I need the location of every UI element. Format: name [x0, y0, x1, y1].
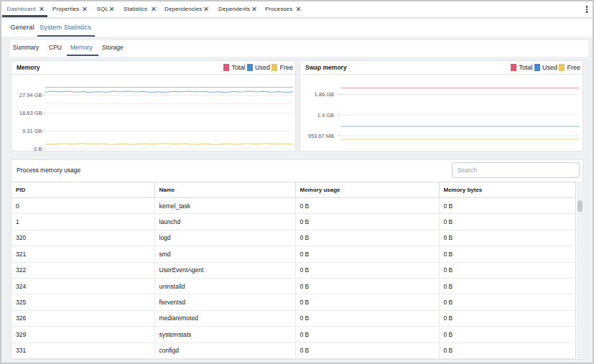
svg-text:27.94 GB: 27.94 GB: [19, 92, 42, 98]
svg-text:1.4 GB: 1.4 GB: [317, 112, 334, 118]
svg-text:0 B: 0 B: [34, 146, 42, 152]
svg-text:18.63 GB: 18.63 GB: [19, 110, 42, 116]
svg-text:953.67 MB: 953.67 MB: [308, 133, 334, 139]
svg-text:9.31 GB: 9.31 GB: [22, 128, 42, 134]
svg-text:1.86 GB: 1.86 GB: [314, 91, 334, 98]
